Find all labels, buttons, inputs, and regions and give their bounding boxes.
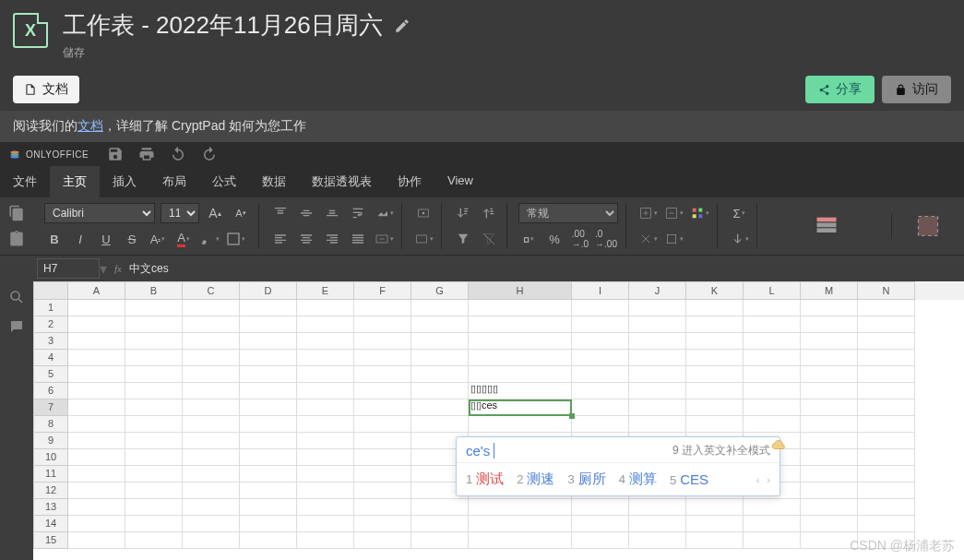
column-header[interactable]: D bbox=[240, 281, 297, 300]
cell[interactable] bbox=[686, 333, 744, 350]
access-button[interactable]: 访问 bbox=[882, 76, 951, 103]
cell[interactable] bbox=[125, 433, 183, 449]
cell[interactable] bbox=[297, 449, 354, 466]
row-header[interactable]: 7 bbox=[33, 399, 68, 416]
cell[interactable] bbox=[125, 532, 183, 549]
cell[interactable] bbox=[629, 300, 686, 316]
cell[interactable] bbox=[125, 316, 183, 333]
column-header[interactable]: A bbox=[68, 281, 125, 300]
cell[interactable] bbox=[744, 333, 801, 350]
cell[interactable] bbox=[183, 316, 240, 333]
cell[interactable] bbox=[469, 350, 572, 366]
cell[interactable] bbox=[858, 516, 915, 532]
cell[interactable] bbox=[354, 499, 411, 516]
spreadsheet-grid[interactable]: ABCDEFGHIJKLMN 123456789101112131415 ▯▯▯… bbox=[33, 281, 964, 560]
cell[interactable] bbox=[354, 316, 411, 333]
save-icon[interactable] bbox=[107, 146, 124, 162]
cell[interactable] bbox=[183, 499, 240, 516]
cell[interactable] bbox=[744, 399, 801, 416]
cell-reference-input[interactable] bbox=[37, 258, 100, 279]
tab-file[interactable]: 文件 bbox=[0, 166, 50, 197]
column-header[interactable]: L bbox=[744, 281, 801, 300]
cell[interactable] bbox=[411, 399, 469, 416]
row-header[interactable]: 13 bbox=[33, 499, 68, 516]
cell[interactable] bbox=[240, 333, 297, 350]
cell[interactable] bbox=[572, 516, 629, 532]
cell[interactable] bbox=[686, 416, 744, 433]
align-middle-icon[interactable] bbox=[296, 203, 316, 223]
cell[interactable] bbox=[801, 416, 858, 433]
cell[interactable] bbox=[411, 499, 469, 516]
column-header[interactable]: N bbox=[858, 281, 915, 300]
cell[interactable] bbox=[240, 449, 297, 466]
strike-button[interactable]: S bbox=[122, 229, 142, 249]
cell[interactable] bbox=[629, 532, 686, 549]
cell[interactable] bbox=[125, 350, 183, 366]
cell[interactable] bbox=[744, 383, 801, 399]
cell[interactable] bbox=[354, 516, 411, 532]
cell[interactable] bbox=[572, 333, 629, 350]
increase-decimal-icon[interactable]: .0→.00 bbox=[596, 229, 616, 249]
cell[interactable] bbox=[125, 333, 183, 350]
column-header[interactable]: C bbox=[183, 281, 240, 300]
cell[interactable] bbox=[183, 366, 240, 383]
select-all-corner[interactable] bbox=[33, 281, 68, 300]
ime-candidate[interactable]: 5CES bbox=[670, 471, 708, 487]
cell[interactable] bbox=[125, 399, 183, 416]
cell[interactable] bbox=[354, 449, 411, 466]
cell[interactable] bbox=[801, 466, 858, 483]
format-style-icon[interactable]: ▾ bbox=[663, 229, 684, 249]
cell[interactable] bbox=[297, 316, 354, 333]
cell[interactable] bbox=[125, 499, 183, 516]
number-format-select[interactable]: 常规 bbox=[518, 203, 618, 223]
column-header[interactable]: I bbox=[572, 281, 629, 300]
cell[interactable] bbox=[411, 383, 469, 399]
cell[interactable] bbox=[297, 333, 354, 350]
share-button[interactable]: 分享 bbox=[805, 76, 875, 103]
tab-data[interactable]: 数据 bbox=[249, 166, 299, 197]
cell[interactable] bbox=[183, 433, 240, 449]
cell[interactable] bbox=[68, 449, 125, 466]
align-right-icon[interactable] bbox=[322, 229, 342, 249]
cell[interactable] bbox=[572, 316, 629, 333]
cell[interactable] bbox=[354, 300, 411, 316]
cell[interactable] bbox=[801, 383, 858, 399]
cell[interactable] bbox=[125, 416, 183, 433]
cell[interactable] bbox=[183, 516, 240, 532]
cell[interactable] bbox=[297, 433, 354, 449]
cell[interactable] bbox=[411, 300, 469, 316]
tab-layout[interactable]: 布局 bbox=[149, 166, 199, 197]
cell[interactable] bbox=[469, 300, 572, 316]
cell[interactable] bbox=[354, 333, 411, 350]
cell[interactable] bbox=[183, 399, 240, 416]
document-button[interactable]: 文档 bbox=[13, 76, 79, 103]
cell[interactable] bbox=[68, 383, 125, 399]
cell[interactable] bbox=[240, 316, 297, 333]
cell[interactable] bbox=[572, 366, 629, 383]
cell[interactable] bbox=[572, 532, 629, 549]
cell[interactable] bbox=[744, 532, 801, 549]
cell[interactable] bbox=[469, 316, 572, 333]
cell[interactable] bbox=[68, 416, 125, 433]
cell[interactable] bbox=[240, 399, 297, 416]
cell[interactable]: ▯▯ces bbox=[469, 399, 572, 416]
row-header[interactable]: 5 bbox=[33, 366, 68, 383]
underline-button[interactable]: U bbox=[96, 229, 116, 249]
cell[interactable] bbox=[744, 366, 801, 383]
align-left-icon[interactable] bbox=[270, 229, 291, 249]
cell[interactable] bbox=[240, 499, 297, 516]
row-header[interactable]: 4 bbox=[33, 350, 68, 366]
row-header[interactable]: 1 bbox=[33, 300, 68, 316]
row-header[interactable]: 14 bbox=[33, 516, 68, 532]
cell[interactable] bbox=[240, 300, 297, 316]
cell[interactable] bbox=[572, 383, 629, 399]
wrap-text-icon[interactable] bbox=[348, 203, 368, 223]
cell[interactable] bbox=[297, 300, 354, 316]
cell[interactable] bbox=[686, 399, 744, 416]
cell[interactable] bbox=[469, 333, 572, 350]
orientation-icon[interactable]: ▾ bbox=[374, 203, 394, 223]
cell[interactable] bbox=[183, 333, 240, 350]
column-header[interactable]: B bbox=[125, 281, 183, 300]
cell[interactable] bbox=[354, 399, 411, 416]
cell[interactable] bbox=[411, 316, 469, 333]
